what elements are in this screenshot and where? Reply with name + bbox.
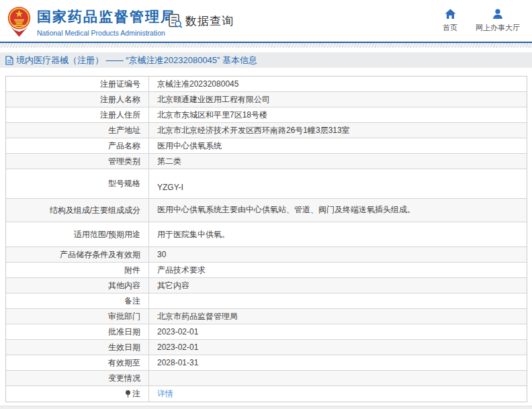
field-value [149, 371, 527, 385]
table-row: 附件产品技术要求 [6, 263, 527, 278]
field-label-text: 注 [132, 388, 140, 400]
detail-link[interactable]: 详情 [157, 388, 173, 400]
field-label: 结构及组成/主要组成成分 [6, 199, 149, 222]
field-label: 批准日期 [6, 324, 149, 339]
pin-icon [125, 390, 131, 398]
table-row: 结构及组成/主要组成成分医用中心供氧系统主要由中心供氧站、管道、阀门及终端送氧插… [6, 199, 527, 222]
table-row: 型号规格YZGY-Ⅰ [6, 169, 527, 199]
table-row: 其他内容其它内容 [6, 278, 527, 293]
document-icon [5, 56, 13, 65]
field-value: 医用中心供氧系统主要由中心供氧站、管道、阀门及终端送氧插头组成。 [149, 199, 527, 222]
nav-home[interactable]: 首页 [435, 9, 465, 33]
field-label-text: 产品名称 [108, 140, 140, 152]
home-icon [445, 9, 456, 19]
field-label-text: 批准日期 [108, 326, 140, 338]
field-label-text: 注册人名称 [100, 94, 140, 105]
table-row: 管理类别第二类 [6, 154, 527, 169]
field-label: 注 [6, 386, 149, 402]
nav-online-hall[interactable]: 网上办事大厅 [470, 9, 525, 33]
field-value-text: 30 [157, 250, 166, 259]
field-label: 注册人名称 [6, 92, 149, 107]
field-label-text: 有效期至 [108, 357, 140, 369]
field-value: 医用中心供氧系统 [149, 138, 527, 153]
field-value: 第二类 [149, 154, 527, 169]
field-label-text: 产品储存条件及有效期 [60, 249, 140, 261]
site-title: 国家药品监督管理局 [37, 7, 176, 26]
field-label-text: 生产地址 [108, 125, 140, 136]
field-label-text: 型号规格 [108, 178, 140, 189]
field-value-text: 第二类 [157, 156, 181, 167]
table-row: 注册证编号京械注准20232080045 [6, 77, 527, 92]
field-label-text: 生效日期 [108, 342, 140, 353]
field-value-text: 2023-02-01 [157, 327, 198, 336]
field-value-text: 北京市东城区和平里7区18号楼 [157, 109, 267, 121]
field-value: 北京市药品监督管理局 [149, 309, 527, 324]
field-value-text: 医用中心供氧系统主要由中心供氧站、管道、阀门及终端送氧插头组成。 [157, 204, 415, 216]
page-title: 境内医疗器械（注册） —— “京械注准20232080045” 基本信息 [16, 54, 257, 66]
field-label: 其他内容 [6, 278, 149, 293]
field-label-text: 附件 [124, 265, 140, 276]
table-row: 审批部门北京市药品监督管理局 [6, 309, 527, 324]
national-emblem-logo [7, 5, 32, 38]
registration-info-table: 注册证编号京械注准20232080045注册人名称北京颐通建业医用工程有限公司注… [5, 76, 527, 402]
field-label-text: 注册证编号 [100, 79, 140, 90]
field-label: 备注 [6, 293, 149, 308]
field-label: 适用范围/预期用途 [6, 222, 149, 246]
field-value-text: 医用中心供氧系统 [157, 140, 222, 152]
field-label-text: 结构及组成/主要组成成分 [50, 205, 140, 216]
table-row: 注详情 [6, 386, 527, 402]
field-value-text: 北京市药品监督管理局 [157, 311, 238, 322]
footer-band [0, 406, 532, 409]
table-row: 变更情况 [6, 371, 527, 386]
field-label: 型号规格 [6, 169, 149, 198]
field-value: 产品技术要求 [149, 263, 527, 277]
site-subtitle: National Medical Products Administration [37, 29, 176, 37]
field-value: 北京市北京经济技术开发区西环南路26号1幢3层313室 [149, 123, 527, 138]
nav-online-hall-label: 网上办事大厅 [476, 23, 520, 33]
table-row: 注册人住所北京市东城区和平里7区18号楼 [6, 107, 527, 123]
field-label: 管理类别 [6, 154, 149, 169]
table-row: 产品储存条件及有效期30 [6, 247, 527, 263]
field-label: 注册人住所 [6, 107, 149, 122]
field-value: 用于医院集中供氧。 [149, 222, 527, 246]
site-title-block: 国家药品监督管理局 National Medical Products Admi… [37, 7, 176, 37]
field-label: 变更情况 [6, 371, 149, 385]
field-value-text: 产品技术要求 [157, 265, 206, 276]
table-row: 生产地址北京市北京经济技术开发区西环南路26号1幢3层313室 [6, 123, 527, 138]
field-label: 生产地址 [6, 123, 149, 138]
field-label: 产品储存条件及有效期 [6, 247, 149, 262]
field-label: 生效日期 [6, 340, 149, 355]
field-value-text: 北京颐通建业医用工程有限公司 [157, 94, 270, 105]
table-row: 适用范围/预期用途用于医院集中供氧。 [6, 222, 527, 247]
field-value: 其它内容 [149, 278, 527, 293]
field-label-text: 审批部门 [108, 311, 140, 322]
table-row: 备注 [6, 293, 527, 309]
field-value: 30 [149, 247, 527, 262]
nav-home-label: 首页 [443, 23, 457, 33]
field-value: 2023-02-01 [149, 340, 527, 355]
field-value: 2028-01-31 [149, 355, 527, 370]
field-value-text: 用于医院集中供氧。 [157, 229, 230, 240]
table-row: 生效日期2023-02-01 [6, 340, 527, 355]
hatch-stripe-band [0, 43, 532, 48]
field-label-text: 注册人住所 [100, 109, 140, 121]
field-label: 附件 [6, 263, 149, 277]
field-value-text: 北京市北京经济技术开发区西环南路26号1幢3层313室 [157, 125, 350, 136]
field-value: 2023-02-01 [149, 324, 527, 339]
field-value: 京械注准20232080045 [149, 77, 527, 91]
field-value [149, 293, 527, 308]
field-value-text: 2028-01-31 [157, 358, 198, 367]
field-label: 注册证编号 [6, 77, 149, 91]
field-value-text: YZGY-Ⅰ [157, 183, 183, 192]
field-label: 产品名称 [6, 138, 149, 153]
field-label-text: 适用范围/预期用途 [74, 229, 140, 240]
data-query-tab[interactable]: 数据查询 [167, 13, 234, 29]
field-label-text: 其他内容 [108, 280, 140, 291]
table-row: 产品名称医用中心供氧系统 [6, 138, 527, 154]
data-query-label: 数据查询 [185, 13, 234, 29]
page-header: 国家药品监督管理局 National Medical Products Admi… [0, 0, 532, 42]
field-label: 审批部门 [6, 309, 149, 324]
person-icon [492, 9, 503, 19]
field-label-text: 变更情况 [108, 373, 140, 384]
table-row: 有效期至2028-01-31 [6, 355, 527, 371]
